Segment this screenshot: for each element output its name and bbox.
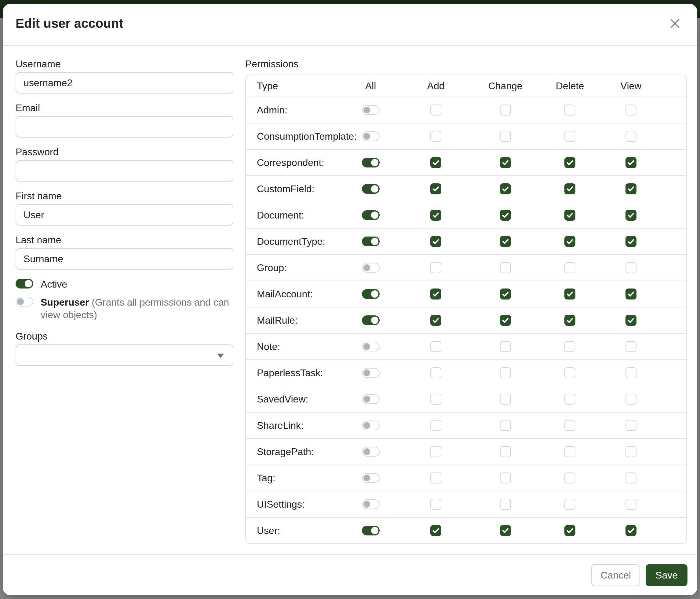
permission-all-toggle[interactable] bbox=[362, 131, 380, 141]
permission-add-checkbox[interactable] bbox=[430, 525, 441, 536]
permission-all-toggle[interactable] bbox=[362, 315, 380, 325]
permission-change-checkbox[interactable] bbox=[500, 420, 511, 431]
permission-add-checkbox[interactable] bbox=[430, 446, 441, 457]
permission-view-checkbox[interactable] bbox=[625, 183, 636, 194]
permission-change-checkbox[interactable] bbox=[500, 525, 511, 536]
permission-delete-checkbox[interactable] bbox=[565, 131, 575, 142]
permission-add-checkbox[interactable] bbox=[430, 315, 441, 326]
permission-add-checkbox[interactable] bbox=[430, 131, 441, 142]
password-field[interactable] bbox=[16, 160, 233, 182]
permission-all-toggle[interactable] bbox=[362, 289, 380, 299]
permission-add-checkbox[interactable] bbox=[430, 367, 441, 378]
permission-add-checkbox[interactable] bbox=[430, 104, 441, 116]
permission-view-checkbox[interactable] bbox=[625, 341, 636, 352]
permission-add-checkbox[interactable] bbox=[430, 236, 441, 247]
permission-all-toggle[interactable] bbox=[362, 421, 380, 430]
permission-view-checkbox[interactable] bbox=[625, 210, 636, 221]
email-field[interactable] bbox=[16, 116, 233, 138]
permission-all-toggle[interactable] bbox=[362, 499, 380, 509]
permission-all-toggle[interactable] bbox=[362, 263, 380, 272]
permission-view-checkbox[interactable] bbox=[625, 288, 636, 300]
permission-view-checkbox[interactable] bbox=[625, 367, 636, 378]
permission-delete-checkbox[interactable] bbox=[565, 525, 575, 536]
permission-view-checkbox[interactable] bbox=[625, 420, 636, 431]
permission-view-checkbox[interactable] bbox=[625, 315, 636, 326]
username-input[interactable] bbox=[16, 72, 233, 94]
permission-view-checkbox[interactable] bbox=[625, 446, 636, 457]
permission-add-checkbox[interactable] bbox=[430, 288, 441, 300]
permission-all-toggle[interactable] bbox=[362, 237, 380, 246]
groups-select[interactable] bbox=[16, 344, 233, 366]
check-icon bbox=[432, 159, 440, 167]
permission-all-toggle[interactable] bbox=[362, 184, 380, 194]
permission-delete-checkbox[interactable] bbox=[565, 183, 575, 194]
permission-view-checkbox[interactable] bbox=[625, 131, 636, 142]
cancel-button[interactable]: Cancel bbox=[591, 564, 640, 586]
permission-delete-checkbox[interactable] bbox=[565, 473, 575, 483]
permission-delete-checkbox[interactable] bbox=[565, 104, 575, 116]
permission-view-checkbox[interactable] bbox=[625, 236, 636, 247]
permission-change-checkbox[interactable] bbox=[500, 315, 511, 326]
permission-change-checkbox[interactable] bbox=[500, 367, 511, 378]
permission-delete-checkbox[interactable] bbox=[565, 393, 575, 405]
permission-add-checkbox[interactable] bbox=[430, 473, 441, 483]
permission-view-checkbox[interactable] bbox=[625, 525, 636, 536]
save-button[interactable]: Save bbox=[646, 564, 688, 586]
permission-view-checkbox[interactable] bbox=[625, 104, 636, 116]
permission-delete-checkbox[interactable] bbox=[565, 446, 575, 457]
permission-view-checkbox[interactable] bbox=[625, 262, 636, 273]
permission-delete-checkbox[interactable] bbox=[565, 420, 575, 431]
toggle-knob bbox=[364, 343, 370, 350]
permission-change-checkbox[interactable] bbox=[500, 210, 511, 221]
permission-all-toggle[interactable] bbox=[362, 105, 380, 115]
permission-add-checkbox[interactable] bbox=[430, 420, 441, 431]
permission-change-checkbox[interactable] bbox=[500, 157, 511, 168]
active-toggle[interactable] bbox=[16, 279, 33, 288]
permission-all-toggle[interactable] bbox=[362, 210, 380, 220]
permission-change-checkbox[interactable] bbox=[500, 341, 511, 352]
permission-view-checkbox[interactable] bbox=[625, 473, 636, 483]
permission-change-checkbox[interactable] bbox=[500, 104, 511, 116]
permission-delete-checkbox[interactable] bbox=[565, 367, 575, 378]
permission-change-checkbox[interactable] bbox=[500, 393, 511, 405]
permission-delete-checkbox[interactable] bbox=[565, 315, 575, 326]
permission-delete-checkbox[interactable] bbox=[565, 341, 575, 352]
permission-change-checkbox[interactable] bbox=[500, 288, 511, 300]
permission-all-toggle[interactable] bbox=[362, 473, 380, 483]
toggle-knob bbox=[371, 185, 378, 193]
permission-delete-checkbox[interactable] bbox=[565, 210, 575, 221]
permission-add-checkbox[interactable] bbox=[430, 210, 441, 221]
superuser-toggle[interactable] bbox=[16, 297, 33, 307]
permission-add-checkbox[interactable] bbox=[430, 499, 441, 510]
permission-add-checkbox[interactable] bbox=[430, 262, 441, 273]
permission-all-toggle[interactable] bbox=[362, 526, 380, 535]
permission-all-toggle[interactable] bbox=[362, 342, 380, 352]
permission-delete-checkbox[interactable] bbox=[565, 236, 575, 247]
permission-add-checkbox[interactable] bbox=[430, 157, 441, 168]
permission-delete-checkbox[interactable] bbox=[565, 288, 575, 300]
permission-change-checkbox[interactable] bbox=[500, 236, 511, 247]
permission-delete-checkbox[interactable] bbox=[565, 499, 575, 510]
permission-all-toggle[interactable] bbox=[362, 394, 380, 404]
permission-delete-checkbox[interactable] bbox=[565, 157, 575, 168]
close-button[interactable] bbox=[667, 15, 683, 32]
permission-view-checkbox[interactable] bbox=[625, 499, 636, 510]
permission-change-checkbox[interactable] bbox=[500, 446, 511, 457]
permission-change-checkbox[interactable] bbox=[500, 262, 511, 273]
permission-view-checkbox[interactable] bbox=[625, 393, 636, 405]
permission-change-checkbox[interactable] bbox=[500, 499, 511, 510]
permission-all-toggle[interactable] bbox=[362, 158, 380, 167]
permission-change-checkbox[interactable] bbox=[500, 131, 511, 142]
permission-add-checkbox[interactable] bbox=[430, 183, 441, 194]
last-name-field[interactable] bbox=[16, 248, 233, 269]
permission-change-checkbox[interactable] bbox=[500, 183, 511, 194]
permission-add-checkbox[interactable] bbox=[430, 393, 441, 405]
permission-all-toggle[interactable] bbox=[362, 368, 380, 378]
permission-delete-checkbox[interactable] bbox=[565, 262, 575, 273]
first-name-field[interactable] bbox=[16, 204, 233, 225]
permission-change-checkbox[interactable] bbox=[500, 473, 511, 483]
permission-add-checkbox[interactable] bbox=[430, 341, 441, 352]
permission-view-checkbox[interactable] bbox=[625, 157, 636, 168]
permission-row: Note: bbox=[246, 333, 686, 359]
permission-all-toggle[interactable] bbox=[362, 447, 380, 457]
